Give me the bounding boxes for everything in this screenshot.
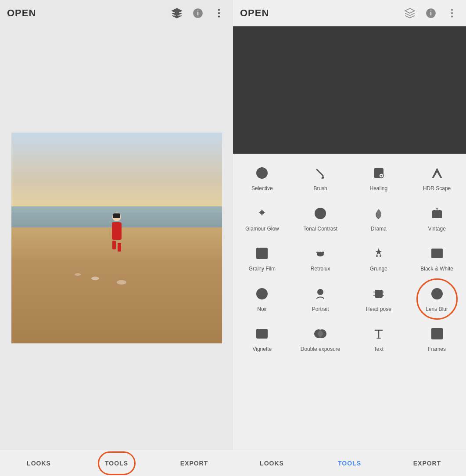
left-bottom-nav: LOOKS TOOLS EXPORT	[0, 450, 233, 476]
svg-point-40	[316, 252, 319, 253]
selective-icon	[253, 164, 271, 182]
selective-label: Selective	[251, 185, 273, 192]
svg-point-49	[258, 291, 260, 293]
tool-lens-blur[interactable]: Lens Blur	[408, 279, 466, 319]
image-area	[0, 26, 233, 450]
grunge-label: Grunge	[370, 266, 387, 273]
tool-vintage[interactable]: Vintage	[408, 198, 466, 239]
noir-label: Noir	[257, 306, 267, 313]
tool-noir[interactable]: Noir	[233, 279, 291, 319]
svg-line-13	[317, 169, 323, 176]
noir-icon	[253, 285, 271, 303]
svg-point-41	[322, 252, 324, 253]
tool-grainy-film[interactable]: Grainy Film	[233, 238, 291, 279]
right-header: OPEN i	[233, 0, 466, 26]
svg-rect-65	[257, 329, 267, 338]
hdr-scape-label: HDR Scape	[423, 185, 451, 192]
right-info-icon[interactable]: i	[424, 6, 438, 20]
tool-drama[interactable]: Drama	[350, 198, 408, 239]
more-icon[interactable]	[212, 6, 226, 20]
svg-point-43	[376, 255, 378, 257]
right-tab-looks[interactable]: LOOKS	[233, 450, 311, 476]
drama-label: Drama	[371, 226, 387, 233]
info-icon[interactable]: i	[191, 6, 205, 20]
tool-frames[interactable]: Frames	[408, 319, 466, 359]
brush-label: Brush	[313, 185, 327, 192]
tool-portrait[interactable]: Portrait	[291, 279, 350, 319]
svg-point-50	[264, 291, 265, 293]
grunge-icon	[370, 245, 387, 262]
svg-rect-46	[432, 249, 442, 258]
glamour-glow-label: Glamour Glow	[245, 226, 279, 233]
right-title: OPEN	[240, 7, 269, 19]
portrait-icon	[312, 285, 329, 303]
left-header-icons: i	[170, 6, 226, 20]
glamour-glow-icon	[253, 205, 271, 222]
right-header-icons: i	[403, 6, 459, 20]
layers-icon[interactable]	[170, 6, 184, 20]
right-layers-icon[interactable]	[403, 6, 417, 20]
tool-text[interactable]: Text	[350, 319, 408, 359]
right-more-icon[interactable]	[445, 6, 459, 20]
svg-point-7	[451, 9, 453, 11]
svg-point-44	[380, 255, 381, 257]
vintage-icon	[428, 205, 446, 222]
black-white-icon	[428, 245, 446, 262]
drama-icon	[370, 205, 387, 222]
tool-selective[interactable]: Selective	[233, 158, 291, 198]
frames-icon	[428, 325, 446, 343]
tool-black-white[interactable]: Black & White	[408, 238, 466, 279]
vintage-label: Vintage	[428, 226, 445, 233]
vignette-icon	[253, 325, 271, 343]
left-tab-tools[interactable]: TOOLS	[78, 450, 155, 476]
child-figure	[108, 213, 125, 248]
tonal-contrast-icon	[312, 205, 329, 222]
svg-point-53	[321, 291, 323, 292]
right-tab-tools[interactable]: TOOLS	[311, 450, 388, 476]
double-exposure-icon	[312, 325, 329, 343]
tool-vignette[interactable]: Vignette	[233, 319, 291, 359]
left-tab-export[interactable]: EXPORT	[155, 450, 233, 476]
tool-retrolux[interactable]: Retrolux	[291, 238, 350, 279]
retrolux-icon	[312, 245, 329, 262]
tools-grid: Selective Brush	[233, 154, 466, 450]
tools-row-2: Glamour Glow Tonal Contrast	[233, 198, 466, 239]
text-tool-icon	[370, 325, 387, 343]
tool-glamour-glow[interactable]: Glamour Glow	[233, 198, 291, 239]
tool-hdr-scape[interactable]: HDR Scape	[408, 158, 466, 198]
svg-rect-32	[258, 250, 265, 257]
vignette-label: Vignette	[252, 346, 272, 353]
lens-blur-label: Lens Blur	[426, 306, 448, 313]
svg-point-12	[258, 169, 265, 177]
svg-rect-71	[434, 330, 441, 337]
tool-grunge[interactable]: Grunge	[350, 238, 408, 279]
svg-point-4	[218, 15, 220, 17]
svg-point-9	[451, 15, 453, 17]
double-exposure-label: Double exposure	[301, 346, 341, 353]
frames-label: Frames	[428, 346, 446, 353]
black-white-label: Black & White	[420, 266, 453, 273]
left-tab-looks[interactable]: LOOKS	[0, 450, 78, 476]
dark-preview	[233, 26, 466, 154]
svg-point-42	[319, 252, 321, 253]
svg-point-64	[436, 293, 438, 295]
tool-double-exposure[interactable]: Double exposure	[291, 319, 350, 359]
tool-tonal-contrast[interactable]: Tonal Contrast	[291, 198, 350, 239]
right-bottom-nav: LOOKS TOOLS EXPORT	[233, 450, 466, 476]
healing-label: Healing	[370, 185, 388, 192]
svg-point-52	[319, 291, 320, 292]
svg-point-3	[218, 12, 220, 14]
right-tab-export[interactable]: EXPORT	[388, 450, 466, 476]
retrolux-label: Retrolux	[311, 266, 330, 273]
tool-brush[interactable]: Brush	[291, 158, 350, 198]
svg-text:i: i	[430, 9, 432, 17]
left-header: OPEN i	[0, 0, 233, 26]
grainy-film-label: Grainy Film	[249, 266, 276, 273]
healing-icon	[370, 164, 387, 182]
beach-photo	[11, 133, 222, 343]
tools-row-3: Grainy Film Retrolux	[233, 238, 466, 279]
svg-point-2	[218, 9, 220, 11]
tool-head-pose[interactable]: Head pose	[350, 279, 408, 319]
tool-healing[interactable]: Healing	[350, 158, 408, 198]
svg-point-8	[451, 12, 453, 14]
